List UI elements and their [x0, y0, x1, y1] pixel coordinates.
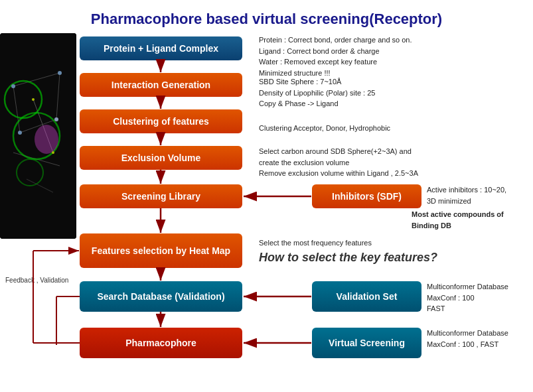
svg-point-14: [54, 117, 58, 121]
page-container: Pharmacophore based virtual screening(Re…: [0, 0, 533, 392]
exclusion-volume-box: Exclusion Volume: [80, 146, 242, 170]
svg-point-16: [32, 98, 35, 101]
svg-point-17: [52, 151, 54, 154]
interaction-gen-desc: SBD Site Sphere : 7~10Å Density of Lipop…: [259, 76, 375, 109]
inhibitors-box: Inhibitors (SDF): [312, 184, 421, 208]
screening-library-box: Screening Library: [80, 184, 242, 208]
question-text: How to select the key features?: [259, 251, 437, 265]
interaction-generation-box: Interaction Generation: [80, 73, 242, 97]
features-heatmap-box: Features selection by Heat Map: [80, 233, 242, 268]
search-database-box: Search Database (Validation): [80, 281, 242, 312]
validation-desc: Multiconformer Database MaxConf : 100 FA…: [427, 281, 508, 314]
validation-set-box: Validation Set: [312, 281, 421, 312]
inhibitors-desc: Active inhibitors : 10~20, 3D minimized: [427, 184, 506, 206]
heatmap-desc: Select the most frequency features: [259, 237, 372, 249]
molecular-image: [0, 33, 76, 239]
page-title: Pharmacophore based virtual screening(Re…: [0, 4, 533, 32]
exclusion-desc: Select carbon around SDB Sphere(+2~3A) a…: [259, 146, 418, 179]
clustering-box: Clustering of features: [80, 109, 242, 133]
svg-point-15: [18, 131, 22, 135]
svg-point-12: [11, 84, 15, 88]
virtual-screening-box: Virtual Screening: [312, 328, 421, 358]
feedback-label: Feedback , Validation: [5, 275, 68, 285]
protein-ligand-box: Protein + Ligand Complex: [80, 36, 242, 60]
svg-point-11: [35, 125, 58, 154]
protein-ligand-desc: Protein : Correct bond, order charge and…: [259, 34, 412, 78]
most-active-desc: Most active compounds ofBinding DB: [412, 209, 504, 231]
clustering-desc: Clustering Acceptor, Donor, Hydrophobic: [259, 123, 390, 134]
svg-point-13: [58, 71, 62, 75]
pharmacophore-box: Pharmacophore: [80, 328, 242, 358]
virtual-screening-desc: Multiconformer Database MaxConf : 100 , …: [427, 328, 508, 350]
